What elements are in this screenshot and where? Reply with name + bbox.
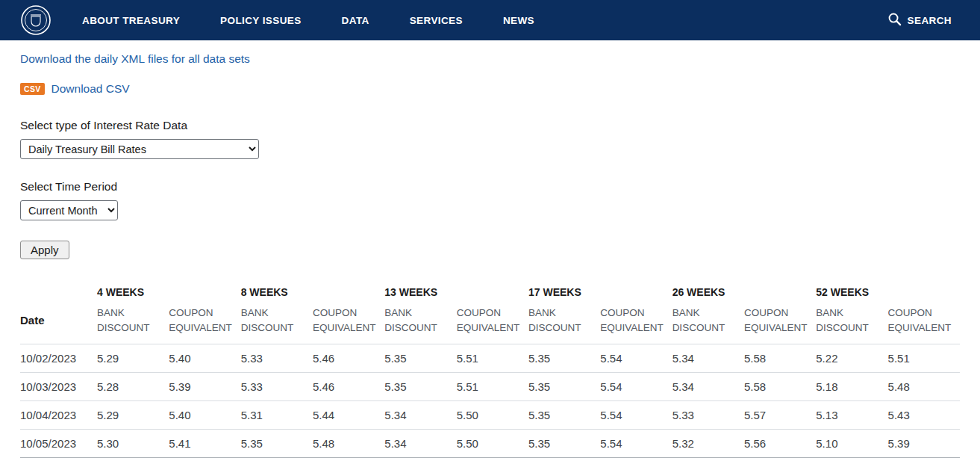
coupon-equivalent-header: COUPON EQUIVALENT xyxy=(457,306,528,344)
rates-table-body: 10/02/20235.295.405.335.465.355.515.355.… xyxy=(20,344,960,457)
table-row: 10/02/20235.295.405.335.465.355.515.355.… xyxy=(20,344,960,372)
apply-button[interactable]: Apply xyxy=(20,241,69,259)
date-cell: 10/04/2023 xyxy=(20,400,97,429)
rate-cell: 5.35 xyxy=(528,400,600,429)
rate-cell: 5.58 xyxy=(744,344,816,372)
group-header-52-weeks: 52 WEEKS xyxy=(816,286,960,306)
rate-cell: 5.29 xyxy=(97,400,169,429)
rate-cell: 5.39 xyxy=(888,429,960,457)
time-period-label: Select Time Period xyxy=(20,180,960,194)
group-header-17-weeks: 17 WEEKS xyxy=(528,286,672,306)
rate-cell: 5.58 xyxy=(744,372,816,400)
coupon-equivalent-header: COUPON EQUIVALENT xyxy=(600,306,672,344)
rate-cell: 5.35 xyxy=(384,372,456,400)
rate-cell: 5.35 xyxy=(528,344,600,372)
nav-item-data[interactable]: DATA xyxy=(342,15,369,26)
rate-cell: 5.51 xyxy=(457,372,528,400)
bank-discount-header: BANK DISCOUNT xyxy=(528,306,600,344)
nav-item-about-treasury[interactable]: ABOUT TREASURY xyxy=(82,15,180,26)
group-header-4-weeks: 4 WEEKS xyxy=(97,286,241,306)
column-header-row: Date BANK DISCOUNT COUPON EQUIVALENT BAN… xyxy=(20,306,960,344)
bank-discount-header: BANK DISCOUNT xyxy=(672,306,744,344)
primary-nav: ABOUT TREASURY POLICY ISSUES DATA SERVIC… xyxy=(82,15,534,26)
csv-badge: CSV xyxy=(20,83,45,96)
main-content: Download the daily XML files for all dat… xyxy=(20,52,960,464)
rate-cell: 5.40 xyxy=(169,400,240,429)
rate-cell: 5.48 xyxy=(888,372,960,400)
rate-cell: 5.34 xyxy=(672,344,744,372)
bank-discount-header: BANK DISCOUNT xyxy=(816,306,887,344)
treasury-seal-logo[interactable] xyxy=(21,5,51,35)
nav-item-news[interactable]: NEWS xyxy=(503,15,534,26)
date-cell: 10/05/2023 xyxy=(20,429,97,457)
download-xml-link[interactable]: Download the daily XML files for all dat… xyxy=(20,52,250,65)
time-period-select[interactable]: Current Month xyxy=(20,200,118,220)
rate-cell: 5.48 xyxy=(313,429,384,457)
rate-cell: 5.39 xyxy=(169,372,240,400)
date-cell: 10/03/2023 xyxy=(20,372,97,400)
rate-cell: 5.33 xyxy=(672,400,744,429)
rate-cell: 5.51 xyxy=(457,344,528,372)
rate-cell: 5.33 xyxy=(241,372,313,400)
rate-cell: 5.35 xyxy=(241,429,313,457)
top-navigation: ABOUT TREASURY POLICY ISSUES DATA SERVIC… xyxy=(0,0,980,40)
rate-cell: 5.41 xyxy=(169,429,240,457)
rate-cell: 5.57 xyxy=(744,400,816,429)
group-header-spacer xyxy=(20,286,97,306)
search-button[interactable]: SEARCH xyxy=(887,12,952,29)
rate-cell: 5.34 xyxy=(384,400,456,429)
rate-cell: 5.43 xyxy=(888,400,960,429)
rate-cell: 5.34 xyxy=(384,429,456,457)
rate-cell: 5.54 xyxy=(600,344,672,372)
bank-discount-header: BANK DISCOUNT xyxy=(384,306,456,344)
rate-cell: 5.10 xyxy=(816,429,887,457)
rate-cell: 5.56 xyxy=(744,429,816,457)
table-row: 10/05/20235.305.415.355.485.345.505.355.… xyxy=(20,429,960,457)
week-group-header-row: 4 WEEKS 8 WEEKS 13 WEEKS 17 WEEKS 26 WEE… xyxy=(20,286,960,306)
treasury-bill-rates-table: 4 WEEKS 8 WEEKS 13 WEEKS 17 WEEKS 26 WEE… xyxy=(20,286,960,458)
rate-cell: 5.22 xyxy=(816,344,887,372)
rate-cell: 5.30 xyxy=(97,429,169,457)
group-header-8-weeks: 8 WEEKS xyxy=(241,286,385,306)
rate-cell: 5.35 xyxy=(384,344,456,372)
rate-cell: 5.18 xyxy=(816,372,887,400)
group-header-13-weeks: 13 WEEKS xyxy=(384,286,528,306)
rate-cell: 5.35 xyxy=(528,372,600,400)
coupon-equivalent-header: COUPON EQUIVALENT xyxy=(744,306,816,344)
bank-discount-header: BANK DISCOUNT xyxy=(241,306,313,344)
rate-cell: 5.13 xyxy=(816,400,887,429)
search-icon xyxy=(887,12,902,29)
rate-cell: 5.50 xyxy=(457,400,528,429)
rate-cell: 5.33 xyxy=(241,344,313,372)
rate-cell: 5.40 xyxy=(169,344,240,372)
rate-cell: 5.31 xyxy=(241,400,313,429)
bank-discount-header: BANK DISCOUNT xyxy=(97,306,169,344)
rate-cell: 5.50 xyxy=(457,429,528,457)
table-row: 10/04/20235.295.405.315.445.345.505.355.… xyxy=(20,400,960,429)
nav-item-policy-issues[interactable]: POLICY ISSUES xyxy=(220,15,301,26)
rate-cell: 5.28 xyxy=(97,372,169,400)
rate-cell: 5.54 xyxy=(600,400,672,429)
rate-cell: 5.46 xyxy=(313,372,384,400)
group-header-26-weeks: 26 WEEKS xyxy=(672,286,817,306)
rate-cell: 5.35 xyxy=(528,429,600,457)
coupon-equivalent-header: COUPON EQUIVALENT xyxy=(888,306,960,344)
rate-cell: 5.44 xyxy=(313,400,384,429)
coupon-equivalent-header: COUPON EQUIVALENT xyxy=(313,306,384,344)
rate-cell: 5.51 xyxy=(888,344,960,372)
nav-item-services[interactable]: SERVICES xyxy=(410,15,463,26)
rate-cell: 5.34 xyxy=(672,372,744,400)
coupon-equivalent-header: COUPON EQUIVALENT xyxy=(169,306,240,344)
rate-cell: 5.32 xyxy=(672,429,744,457)
search-label: SEARCH xyxy=(908,15,952,26)
rate-cell: 5.46 xyxy=(313,344,384,372)
rate-type-select[interactable]: Daily Treasury Bill Rates xyxy=(20,139,259,159)
rate-cell: 5.29 xyxy=(97,344,169,372)
date-column-header: Date xyxy=(20,306,97,344)
table-row: 10/03/20235.285.395.335.465.355.515.355.… xyxy=(20,372,960,400)
rate-cell: 5.54 xyxy=(600,429,672,457)
download-csv-link[interactable]: Download CSV xyxy=(52,82,130,96)
date-cell: 10/02/2023 xyxy=(20,344,97,372)
rate-cell: 5.54 xyxy=(600,372,672,400)
rate-type-label: Select type of Interest Rate Data xyxy=(20,119,960,132)
